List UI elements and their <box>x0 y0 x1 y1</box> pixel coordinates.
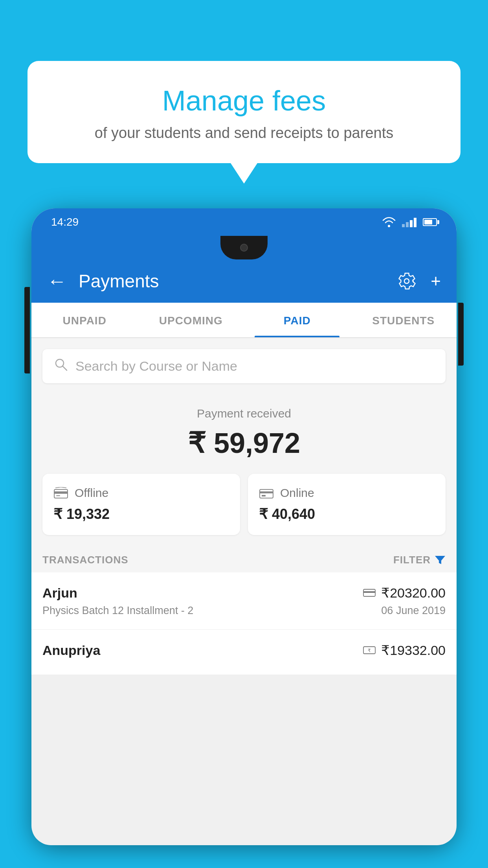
offline-card: Offline ₹ 19,332 <box>42 474 240 535</box>
search-bar[interactable]: Search by Course or Name <box>42 349 446 383</box>
transaction-name-anupriya: Anupriya <box>42 643 100 658</box>
status-icons <box>382 217 437 227</box>
transaction-card-icon-arjun <box>363 588 376 598</box>
filter-icon <box>435 555 446 565</box>
offline-card-header: Offline <box>53 486 229 500</box>
transaction-row-anupriya[interactable]: Anupriya ₹ ₹19332.00 <box>31 630 457 675</box>
online-card-header: Online <box>259 486 435 500</box>
svg-rect-8 <box>363 591 375 593</box>
back-button[interactable]: ← <box>47 270 67 292</box>
status-time: 14:29 <box>51 216 79 228</box>
online-card: Online ₹ 40,640 <box>248 474 446 535</box>
tab-paid[interactable]: PAID <box>244 303 350 337</box>
transaction-top-anupriya: Anupriya ₹ ₹19332.00 <box>42 642 446 658</box>
add-button[interactable]: + <box>431 271 441 291</box>
status-bar: 14:29 <box>31 208 457 236</box>
online-amount: ₹ 40,640 <box>259 506 435 522</box>
svg-rect-3 <box>54 491 68 494</box>
offline-amount: ₹ 19,332 <box>53 506 229 522</box>
transactions-label: TRANSACTIONS <box>42 554 128 566</box>
phone-screen: 14:29 <box>31 208 457 845</box>
filter-text: FILTER <box>393 554 431 566</box>
svg-rect-4 <box>260 489 273 498</box>
search-icon <box>54 358 68 375</box>
app-header: ← Payments + <box>31 259 457 303</box>
offline-icon <box>53 487 68 499</box>
speech-bubble: Manage fees of your students and send re… <box>28 61 460 163</box>
transaction-amount-wrap-arjun: ₹20320.00 <box>363 585 446 601</box>
transaction-bottom-arjun: Physics Batch 12 Installment - 2 06 June… <box>42 605 446 617</box>
payment-summary: Payment received ₹ 59,972 <box>31 391 457 474</box>
header-title: Payments <box>79 270 397 292</box>
phone-container: 14:29 <box>31 208 457 868</box>
svg-rect-5 <box>260 491 273 493</box>
phone-frame: 14:29 <box>31 208 457 845</box>
svg-line-1 <box>62 366 67 370</box>
transaction-row-arjun[interactable]: Arjun ₹20320.00 Physics Batch 12 Install… <box>31 572 457 630</box>
online-icon <box>259 487 274 499</box>
payment-amount: ₹ 59,972 <box>42 427 446 460</box>
notch-area <box>31 236 457 259</box>
filter-button[interactable]: FILTER <box>393 554 446 566</box>
transaction-amount-wrap-anupriya: ₹ ₹19332.00 <box>363 642 446 658</box>
offline-label: Offline <box>75 486 108 500</box>
transaction-amount-arjun: ₹20320.00 <box>381 585 446 601</box>
transaction-date-arjun: 06 June 2019 <box>381 605 446 617</box>
signal-icon <box>402 217 416 227</box>
transactions-header: TRANSACTIONS FILTER <box>31 547 457 572</box>
search-input[interactable]: Search by Course or Name <box>75 359 237 374</box>
transaction-desc-arjun: Physics Batch 12 Installment - 2 <box>42 605 193 617</box>
bubble-title: Manage fees <box>51 85 437 117</box>
speech-bubble-container: Manage fees of your students and send re… <box>28 61 460 163</box>
wifi-icon <box>382 217 396 227</box>
svg-rect-6 <box>262 495 266 497</box>
notch <box>220 236 268 259</box>
tab-upcoming[interactable]: UPCOMING <box>138 303 244 337</box>
bubble-subtitle: of your students and send receipts to pa… <box>51 125 437 142</box>
search-section: Search by Course or Name <box>31 338 457 391</box>
transaction-name-arjun: Arjun <box>42 585 77 601</box>
transaction-cash-icon-anupriya: ₹ <box>363 645 376 655</box>
camera-dot <box>240 244 248 252</box>
payment-label: Payment received <box>42 407 446 420</box>
transaction-amount-anupriya: ₹19332.00 <box>381 642 446 658</box>
tab-students[interactable]: STUDENTS <box>350 303 457 337</box>
transaction-top-arjun: Arjun ₹20320.00 <box>42 585 446 601</box>
settings-icon[interactable] <box>397 271 416 291</box>
battery-icon <box>423 218 437 226</box>
header-icons: + <box>397 271 441 291</box>
tabs-bar: UNPAID UPCOMING PAID STUDENTS <box>31 303 457 338</box>
online-label: Online <box>280 486 314 500</box>
svg-text:₹: ₹ <box>368 648 371 653</box>
payment-cards: Offline ₹ 19,332 Online ₹ 40,640 <box>31 474 457 547</box>
tab-unpaid[interactable]: UNPAID <box>31 303 138 337</box>
